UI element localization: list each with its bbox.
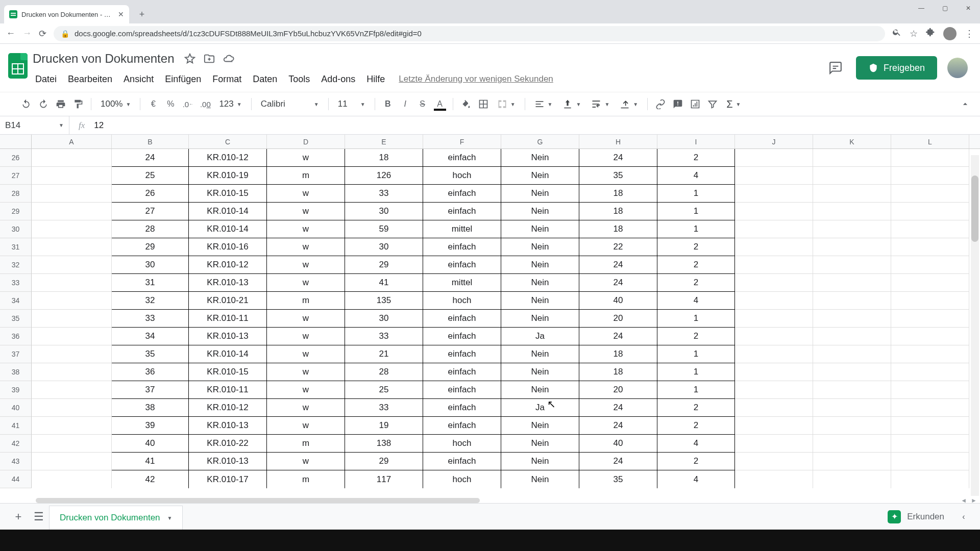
cell[interactable]: hoch — [423, 167, 501, 185]
select-all-corner[interactable] — [0, 135, 32, 148]
comments-button[interactable] — [825, 58, 846, 78]
cell[interactable] — [891, 167, 969, 185]
sheets-logo[interactable] — [5, 49, 31, 83]
cell[interactable] — [813, 292, 891, 310]
row-header[interactable]: 27 — [0, 167, 32, 185]
menu-daten[interactable]: Daten — [248, 72, 282, 87]
cell[interactable] — [32, 292, 112, 310]
new-tab-button[interactable]: + — [134, 7, 150, 22]
side-panel-toggle[interactable]: ‹ — [955, 509, 972, 525]
cell[interactable] — [813, 203, 891, 220]
cell[interactable]: m — [267, 435, 345, 453]
collapse-toolbar-button[interactable] — [958, 96, 973, 112]
cell[interactable]: 40 — [579, 435, 657, 453]
cell[interactable] — [735, 470, 813, 488]
row-header[interactable]: 44 — [0, 470, 32, 488]
cell[interactable]: 25 — [112, 167, 189, 185]
zoom-select[interactable]: 100%▼ — [96, 99, 135, 109]
cell[interactable]: KR.010-22 — [189, 435, 267, 453]
cell[interactable]: einfach — [423, 203, 501, 220]
reload-button[interactable]: ⟳ — [39, 28, 46, 39]
cell[interactable]: 2 — [657, 149, 735, 167]
row-header[interactable]: 30 — [0, 220, 32, 238]
cell[interactable]: 41 — [112, 453, 189, 470]
cell[interactable] — [891, 310, 969, 328]
text-rotation-button[interactable]: ▼ — [616, 99, 642, 109]
cell[interactable]: Nein — [501, 167, 579, 185]
row-header[interactable]: 39 — [0, 381, 32, 399]
cell[interactable]: 18 — [579, 203, 657, 220]
formula-input[interactable]: 12 — [94, 120, 104, 131]
cell[interactable]: 26 — [112, 185, 189, 203]
cell[interactable]: w — [267, 220, 345, 238]
cell[interactable]: Nein — [501, 185, 579, 203]
cell[interactable]: Nein — [501, 203, 579, 220]
cell[interactable]: w — [267, 417, 345, 435]
cell[interactable]: 24 — [579, 256, 657, 274]
cell[interactable] — [735, 310, 813, 328]
cell[interactable]: Nein — [501, 363, 579, 381]
cell[interactable] — [813, 185, 891, 203]
cell[interactable] — [813, 238, 891, 256]
row-header[interactable]: 37 — [0, 345, 32, 363]
spreadsheet-grid[interactable]: A B C D E F G H I J K L 2624KR.010-12w18… — [0, 135, 980, 488]
cell[interactable]: 1 — [657, 185, 735, 203]
cell[interactable]: KR.010-13 — [189, 453, 267, 470]
cell[interactable]: 4 — [657, 167, 735, 185]
cell[interactable]: 20 — [579, 381, 657, 399]
cell[interactable]: 33 — [345, 185, 423, 203]
cell[interactable]: 24 — [579, 328, 657, 345]
cell[interactable] — [813, 274, 891, 292]
cell[interactable]: einfach — [423, 185, 501, 203]
increase-decimal-button[interactable]: .00 — [198, 96, 213, 112]
cell[interactable]: 138 — [345, 435, 423, 453]
cell[interactable]: Nein — [501, 435, 579, 453]
col-header-L[interactable]: L — [891, 135, 969, 148]
cell[interactable] — [891, 256, 969, 274]
cell[interactable]: Nein — [501, 345, 579, 363]
cell[interactable] — [32, 220, 112, 238]
extensions-icon[interactable] — [926, 28, 935, 39]
window-close-button[interactable]: ✕ — [957, 0, 980, 16]
col-header-C[interactable]: C — [189, 135, 267, 148]
cell[interactable] — [32, 167, 112, 185]
cell[interactable]: KR.010-12 — [189, 149, 267, 167]
cell[interactable]: 30 — [112, 256, 189, 274]
cell[interactable] — [735, 256, 813, 274]
cell[interactable] — [891, 220, 969, 238]
cell[interactable]: hoch — [423, 470, 501, 488]
col-header-K[interactable]: K — [813, 135, 891, 148]
cell[interactable]: 20 — [579, 310, 657, 328]
fill-color-button[interactable] — [458, 96, 474, 112]
cell[interactable] — [735, 399, 813, 417]
cell[interactable] — [891, 399, 969, 417]
col-header-G[interactable]: G — [501, 135, 579, 148]
cell[interactable]: 35 — [579, 167, 657, 185]
cell[interactable] — [813, 167, 891, 185]
text-color-button[interactable]: A — [432, 96, 448, 112]
cell[interactable]: 2 — [657, 256, 735, 274]
cell[interactable] — [813, 363, 891, 381]
account-avatar[interactable] — [947, 58, 968, 78]
cell[interactable]: einfach — [423, 256, 501, 274]
cell[interactable]: 18 — [579, 220, 657, 238]
cell[interactable]: KR.010-21 — [189, 292, 267, 310]
cell[interactable]: 2 — [657, 328, 735, 345]
cell[interactable] — [813, 470, 891, 488]
row-header[interactable]: 42 — [0, 435, 32, 453]
col-header-D[interactable]: D — [267, 135, 345, 148]
row-header[interactable]: 35 — [0, 310, 32, 328]
cell[interactable]: m — [267, 470, 345, 488]
cell[interactable] — [813, 453, 891, 470]
cell[interactable]: 34 — [112, 328, 189, 345]
cell[interactable]: 2 — [657, 453, 735, 470]
cell[interactable]: einfach — [423, 310, 501, 328]
cell[interactable]: Nein — [501, 238, 579, 256]
cell[interactable] — [32, 345, 112, 363]
cell[interactable]: 24 — [579, 274, 657, 292]
cell[interactable] — [813, 310, 891, 328]
explore-button[interactable]: ✦ Erkunden — [888, 510, 944, 523]
close-tab-icon[interactable]: ✕ — [118, 10, 124, 18]
cell[interactable]: 18 — [345, 149, 423, 167]
cell[interactable] — [32, 328, 112, 345]
